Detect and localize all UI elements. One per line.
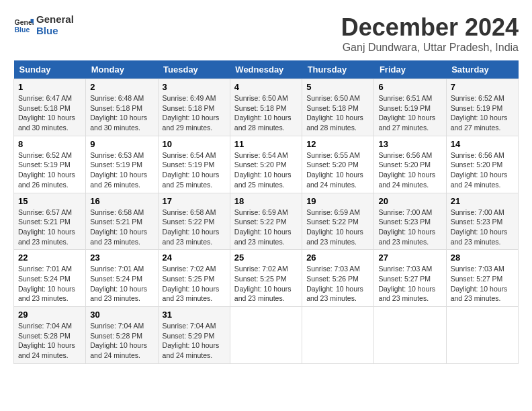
day-number: 5 — [306, 82, 369, 92]
calendar-week-5: 29 Sunrise: 7:04 AMSunset: 5:28 PMDaylig… — [14, 307, 519, 364]
day-number: 28 — [451, 253, 514, 263]
calendar-cell: 26 Sunrise: 7:03 AMSunset: 5:26 PMDaylig… — [302, 250, 374, 307]
calendar-cell — [302, 307, 374, 364]
day-number: 8 — [18, 139, 81, 149]
day-info: Sunrise: 7:01 AMSunset: 5:24 PMDaylight:… — [18, 264, 81, 304]
calendar-cell — [374, 307, 446, 364]
day-number: 1 — [18, 82, 81, 92]
calendar-cell: 4 Sunrise: 6:50 AMSunset: 5:18 PMDayligh… — [230, 79, 302, 136]
day-info: Sunrise: 6:50 AMSunset: 5:18 PMDaylight:… — [234, 93, 298, 133]
weekday-header-saturday: Saturday — [446, 60, 518, 79]
day-number: 4 — [234, 82, 298, 92]
header: General Blue General Blue December 2024 … — [13, 13, 519, 54]
calendar-week-2: 8 Sunrise: 6:52 AMSunset: 5:19 PMDayligh… — [14, 136, 519, 193]
day-info: Sunrise: 7:01 AMSunset: 5:24 PMDaylight:… — [90, 264, 153, 304]
weekday-header-sunday: Sunday — [14, 60, 86, 79]
day-number: 25 — [234, 253, 298, 263]
day-info: Sunrise: 6:56 AMSunset: 5:20 PMDaylight:… — [451, 150, 514, 190]
day-info: Sunrise: 6:51 AMSunset: 5:19 PMDaylight:… — [378, 93, 441, 133]
calendar-cell: 16 Sunrise: 6:58 AMSunset: 5:21 PMDaylig… — [86, 193, 158, 250]
logo-line2: Blue — [36, 25, 74, 36]
weekday-header-row: SundayMondayTuesdayWednesdayThursdayFrid… — [14, 60, 519, 79]
day-info: Sunrise: 6:48 AMSunset: 5:18 PMDaylight:… — [90, 93, 153, 133]
day-number: 3 — [163, 82, 226, 92]
day-info: Sunrise: 6:59 AMSunset: 5:22 PMDaylight:… — [306, 208, 369, 247]
day-number: 20 — [378, 196, 441, 206]
day-info: Sunrise: 7:02 AMSunset: 5:25 PMDaylight:… — [234, 264, 298, 304]
calendar-cell: 9 Sunrise: 6:53 AMSunset: 5:19 PMDayligh… — [86, 136, 158, 193]
calendar-cell: 27 Sunrise: 7:03 AMSunset: 5:27 PMDaylig… — [374, 250, 446, 307]
weekday-header-friday: Friday — [374, 60, 446, 79]
logo-line1: General — [36, 13, 74, 25]
day-info: Sunrise: 6:57 AMSunset: 5:21 PMDaylight:… — [18, 208, 81, 247]
weekday-header-wednesday: Wednesday — [230, 60, 302, 79]
day-info: Sunrise: 6:52 AMSunset: 5:19 PMDaylight:… — [18, 150, 81, 190]
calendar-week-4: 22 Sunrise: 7:01 AMSunset: 5:24 PMDaylig… — [14, 250, 519, 307]
day-info: Sunrise: 7:04 AMSunset: 5:29 PMDaylight:… — [163, 321, 226, 361]
day-info: Sunrise: 6:47 AMSunset: 5:18 PMDaylight:… — [18, 93, 81, 133]
calendar-cell — [446, 307, 518, 364]
day-info: Sunrise: 7:03 AMSunset: 5:27 PMDaylight:… — [378, 264, 441, 304]
day-info: Sunrise: 7:04 AMSunset: 5:28 PMDaylight:… — [90, 321, 153, 361]
calendar-cell: 10 Sunrise: 6:54 AMSunset: 5:19 PMDaylig… — [158, 136, 230, 193]
calendar-cell: 15 Sunrise: 6:57 AMSunset: 5:21 PMDaylig… — [14, 193, 86, 250]
day-info: Sunrise: 6:54 AMSunset: 5:20 PMDaylight:… — [234, 150, 298, 190]
day-info: Sunrise: 7:03 AMSunset: 5:27 PMDaylight:… — [451, 264, 514, 304]
day-info: Sunrise: 7:03 AMSunset: 5:26 PMDaylight:… — [306, 264, 369, 304]
day-number: 29 — [18, 310, 81, 320]
day-number: 14 — [451, 139, 514, 149]
day-number: 31 — [163, 310, 226, 320]
weekday-header-tuesday: Tuesday — [158, 60, 230, 79]
calendar-cell: 18 Sunrise: 6:59 AMSunset: 5:22 PMDaylig… — [230, 193, 302, 250]
calendar-cell: 29 Sunrise: 7:04 AMSunset: 5:28 PMDaylig… — [14, 307, 86, 364]
day-info: Sunrise: 6:53 AMSunset: 5:19 PMDaylight:… — [90, 150, 153, 190]
day-info: Sunrise: 6:50 AMSunset: 5:18 PMDaylight:… — [306, 93, 369, 133]
day-info: Sunrise: 6:58 AMSunset: 5:21 PMDaylight:… — [90, 208, 153, 247]
day-info: Sunrise: 6:55 AMSunset: 5:20 PMDaylight:… — [306, 150, 369, 190]
calendar-week-3: 15 Sunrise: 6:57 AMSunset: 5:21 PMDaylig… — [14, 193, 519, 250]
calendar-cell: 5 Sunrise: 6:50 AMSunset: 5:18 PMDayligh… — [302, 79, 374, 136]
svg-text:Blue: Blue — [15, 26, 30, 34]
day-number: 18 — [234, 196, 298, 206]
calendar-cell: 14 Sunrise: 6:56 AMSunset: 5:20 PMDaylig… — [446, 136, 518, 193]
day-info: Sunrise: 6:58 AMSunset: 5:22 PMDaylight:… — [163, 208, 226, 247]
day-info: Sunrise: 6:54 AMSunset: 5:19 PMDaylight:… — [163, 150, 226, 190]
day-number: 21 — [451, 196, 514, 206]
calendar-cell: 1 Sunrise: 6:47 AMSunset: 5:18 PMDayligh… — [14, 79, 86, 136]
day-number: 11 — [234, 139, 298, 149]
calendar-cell: 6 Sunrise: 6:51 AMSunset: 5:19 PMDayligh… — [374, 79, 446, 136]
day-number: 10 — [163, 139, 226, 149]
calendar-cell: 23 Sunrise: 7:01 AMSunset: 5:24 PMDaylig… — [86, 250, 158, 307]
calendar-cell: 19 Sunrise: 6:59 AMSunset: 5:22 PMDaylig… — [302, 193, 374, 250]
day-number: 30 — [90, 310, 153, 320]
day-number: 19 — [306, 196, 369, 206]
day-info: Sunrise: 7:00 AMSunset: 5:23 PMDaylight:… — [378, 208, 441, 247]
calendar-cell: 21 Sunrise: 7:00 AMSunset: 5:23 PMDaylig… — [446, 193, 518, 250]
logo-icon: General Blue — [13, 15, 34, 35]
calendar-cell: 24 Sunrise: 7:02 AMSunset: 5:25 PMDaylig… — [158, 250, 230, 307]
calendar-cell: 20 Sunrise: 7:00 AMSunset: 5:23 PMDaylig… — [374, 193, 446, 250]
day-info: Sunrise: 6:52 AMSunset: 5:19 PMDaylight:… — [451, 93, 514, 133]
day-info: Sunrise: 7:00 AMSunset: 5:23 PMDaylight:… — [451, 208, 514, 247]
calendar-cell: 11 Sunrise: 6:54 AMSunset: 5:20 PMDaylig… — [230, 136, 302, 193]
day-number: 24 — [163, 253, 226, 263]
calendar-cell: 25 Sunrise: 7:02 AMSunset: 5:25 PMDaylig… — [230, 250, 302, 307]
day-number: 16 — [90, 196, 153, 206]
calendar-week-1: 1 Sunrise: 6:47 AMSunset: 5:18 PMDayligh… — [14, 79, 519, 136]
day-number: 22 — [18, 253, 81, 263]
page-title: December 2024 — [341, 13, 519, 42]
weekday-header-thursday: Thursday — [302, 60, 374, 79]
title-area: December 2024 Ganj Dundwara, Uttar Prade… — [341, 13, 519, 54]
day-info: Sunrise: 6:49 AMSunset: 5:18 PMDaylight:… — [163, 93, 226, 133]
day-number: 2 — [90, 82, 153, 92]
day-number: 15 — [18, 196, 81, 206]
day-number: 7 — [451, 82, 514, 92]
calendar-cell: 13 Sunrise: 6:56 AMSunset: 5:20 PMDaylig… — [374, 136, 446, 193]
calendar-table: SundayMondayTuesdayWednesdayThursdayFrid… — [13, 60, 519, 364]
calendar-cell: 8 Sunrise: 6:52 AMSunset: 5:19 PMDayligh… — [14, 136, 86, 193]
calendar-cell: 12 Sunrise: 6:55 AMSunset: 5:20 PMDaylig… — [302, 136, 374, 193]
day-info: Sunrise: 6:59 AMSunset: 5:22 PMDaylight:… — [234, 208, 298, 247]
calendar-cell: 2 Sunrise: 6:48 AMSunset: 5:18 PMDayligh… — [86, 79, 158, 136]
day-number: 6 — [378, 82, 441, 92]
calendar-cell: 17 Sunrise: 6:58 AMSunset: 5:22 PMDaylig… — [158, 193, 230, 250]
